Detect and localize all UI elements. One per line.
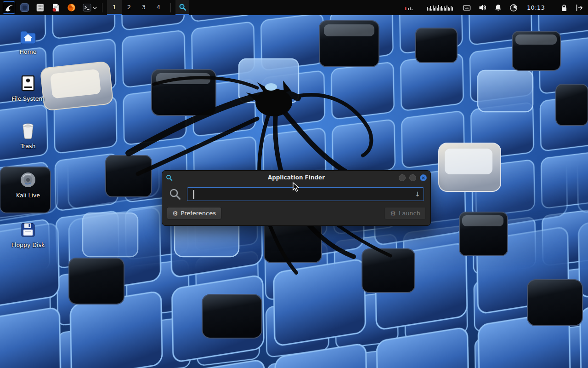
application-finder-window: Application Finder × ↓ ⚙ Preferences <box>162 170 431 226</box>
launcher-dropdown-chevron[interactable] <box>92 6 97 10</box>
desktop-icon-file-system[interactable]: File System <box>7 74 49 102</box>
blue-app-launcher-icon[interactable] <box>20 3 29 12</box>
launch-icon: ⚙ <box>390 210 396 217</box>
dialog-buttons: ⚙ Preferences ⚙ Launch <box>167 207 426 219</box>
panel-launchers <box>20 3 91 12</box>
workspace-2[interactable]: 2 <box>122 0 136 15</box>
application-finder-app-icon <box>166 174 173 181</box>
desktop-icon-label: File System <box>7 95 49 102</box>
desktop-icon-label: Floppy Disk <box>7 242 49 248</box>
system-tray: 10:13 <box>404 3 585 12</box>
applications-menu-button[interactable] <box>3 1 15 14</box>
search-row: ↓ <box>169 187 424 201</box>
dropdown-arrow-icon[interactable]: ↓ <box>415 190 420 198</box>
window-controls: × <box>399 174 427 181</box>
search-icon <box>169 188 181 201</box>
text-caret <box>193 190 194 199</box>
window-title: Application Finder <box>162 174 430 181</box>
close-button[interactable]: × <box>420 174 427 181</box>
panel-clock[interactable]: 10:13 <box>527 4 545 11</box>
top-panel: 1 2 3 4 <box>0 0 588 15</box>
kali-logo-icon <box>4 3 14 13</box>
desktop-icon-kali-live[interactable]: Kali Live <box>7 170 49 199</box>
optical-disc-icon <box>7 170 49 189</box>
workspace-switcher: 1 2 3 4 <box>107 0 166 15</box>
preferences-label: Preferences <box>181 210 216 217</box>
logout-icon[interactable] <box>575 4 583 12</box>
home-folder-icon <box>7 27 49 45</box>
desktop-icon-label: Kali Live <box>7 192 49 199</box>
terminal-launcher-icon[interactable] <box>82 3 91 12</box>
gear-icon: ⚙ <box>172 210 178 217</box>
notifications-bell-icon[interactable] <box>494 4 502 12</box>
preferences-button[interactable]: ⚙ Preferences <box>167 207 221 219</box>
file-system-drive-icon <box>7 74 49 92</box>
panel-separator <box>102 3 102 12</box>
file-manager-launcher-icon[interactable] <box>35 3 45 12</box>
firefox-launcher-icon[interactable] <box>67 3 76 12</box>
system-load-graph[interactable] <box>404 3 455 12</box>
desktop-icon-label: Home <box>7 48 49 55</box>
titlebar[interactable]: Application Finder × <box>162 171 430 184</box>
keyboard-icon[interactable] <box>463 4 471 12</box>
maximize-button[interactable] <box>409 174 416 181</box>
floppy-disk-icon <box>7 220 49 238</box>
lock-screen-icon[interactable] <box>560 4 568 12</box>
task-application-finder[interactable] <box>175 0 189 15</box>
launch-button[interactable]: ⚙ Launch <box>384 207 426 219</box>
desktop-icon-trash[interactable]: Trash <box>7 121 49 150</box>
desktop-icon-home[interactable]: Home <box>7 27 49 55</box>
launch-label: Launch <box>399 210 420 217</box>
search-box: ↓ <box>187 187 424 201</box>
panel-separator <box>170 3 171 12</box>
workspace-4[interactable]: 4 <box>151 0 166 15</box>
search-input[interactable] <box>187 188 424 201</box>
desktop-icon-label: Trash <box>7 143 49 150</box>
desktop-root: 1 2 3 4 <box>0 0 588 368</box>
status-circle-icon[interactable] <box>509 4 518 12</box>
workspace-3[interactable]: 3 <box>136 0 151 15</box>
trash-basket-icon <box>7 121 49 139</box>
minimize-button[interactable] <box>399 174 406 181</box>
search-icon <box>179 3 187 11</box>
workspace-1[interactable]: 1 <box>107 0 122 15</box>
desktop-icon-floppy-disk[interactable]: Floppy Disk <box>7 220 49 248</box>
volume-icon[interactable] <box>478 3 487 12</box>
text-editor-launcher-icon[interactable] <box>51 3 60 12</box>
